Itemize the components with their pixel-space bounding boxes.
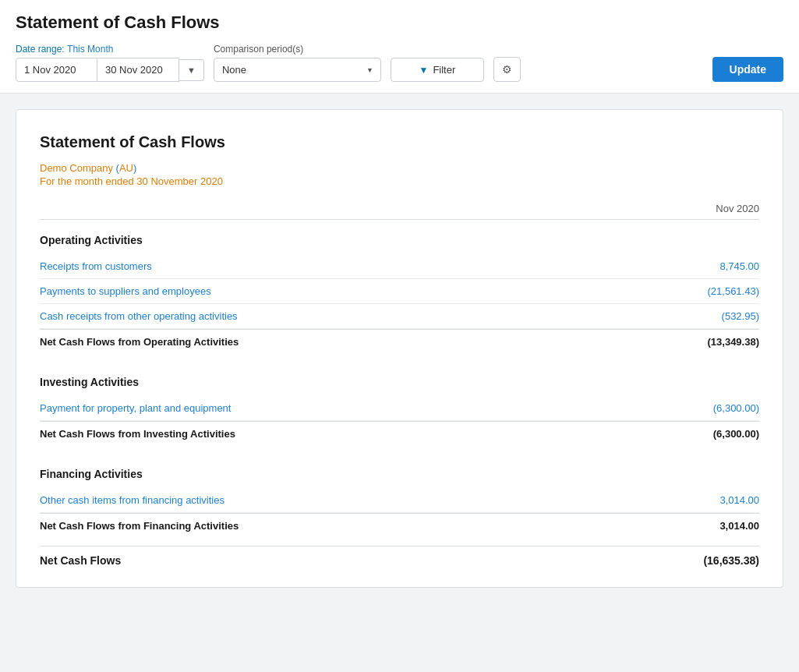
cash-receipts-other-value: (532.95)	[658, 310, 759, 322]
column-header-nov: Nov 2020	[658, 203, 759, 214]
column-header-row: Nov 2020	[40, 203, 759, 220]
investing-activities-section: Investing Activities Payment for propert…	[40, 362, 759, 446]
table-row: Payment for property, plant and equipmen…	[40, 396, 759, 421]
net-financing-label: Net Cash Flows from Financing Activities	[40, 520, 658, 532]
this-month-label: This Month	[67, 44, 113, 55]
net-cash-row: Net Cash Flows (16,635.38)	[40, 546, 759, 571]
toolbar: Date range: This Month ▼ Comparison peri…	[16, 44, 783, 93]
table-row: Other cash items from financing activiti…	[40, 488, 759, 513]
table-row: Cash receipts from other operating activ…	[40, 304, 759, 329]
table-row: Payments to suppliers and employees (21,…	[40, 279, 759, 304]
operating-activities-header: Operating Activities	[40, 220, 759, 254]
investing-activities-header: Investing Activities	[40, 362, 759, 396]
net-cash-value: (16,635.38)	[658, 554, 759, 567]
net-operating-row: Net Cash Flows from Operating Activities…	[40, 329, 759, 354]
net-financing-row: Net Cash Flows from Financing Activities…	[40, 513, 759, 538]
net-financing-value: 3,014.00	[658, 520, 759, 532]
payments-suppliers-value: (21,561.43)	[658, 285, 759, 297]
receipts-from-customers-value: 8,745.00	[658, 260, 759, 272]
page-title: Statement of Cash Flows	[16, 12, 783, 33]
update-button[interactable]: Update	[712, 57, 783, 82]
date-range-label: Date range: This Month	[16, 44, 204, 55]
date-inputs: ▼	[16, 58, 204, 82]
company-region: AU	[119, 162, 133, 174]
net-investing-row: Net Cash Flows from Investing Activities…	[40, 421, 759, 446]
period-line: For the month ended 30 November 2020	[40, 175, 759, 187]
date-dropdown-button[interactable]: ▼	[179, 59, 204, 81]
company-name: Demo Company (AU)	[40, 162, 759, 174]
operating-activities-section: Operating Activities Receipts from custo…	[40, 220, 759, 354]
page-header: Statement of Cash Flows Date range: This…	[0, 0, 799, 94]
other-cash-items-value: 3,014.00	[658, 494, 759, 506]
net-investing-value: (6,300.00)	[658, 428, 759, 440]
date-end-input[interactable]	[97, 58, 179, 82]
net-operating-value: (13,349.38)	[658, 336, 759, 348]
table-row: Receipts from customers 8,745.00	[40, 254, 759, 279]
filter-button[interactable]: ▼ Filter	[391, 58, 484, 82]
date-start-input[interactable]	[16, 58, 97, 82]
comparison-group: Comparison period(s) None	[214, 44, 381, 82]
comparison-select-wrapper: None	[214, 58, 381, 82]
payments-suppliers-label[interactable]: Payments to suppliers and employees	[40, 285, 658, 297]
date-range-group: Date range: This Month ▼	[16, 44, 204, 82]
filter-label: Filter	[433, 64, 455, 76]
financing-activities-header: Financing Activities	[40, 454, 759, 488]
comparison-label: Comparison period(s)	[214, 44, 381, 55]
settings-button[interactable]: ⚙	[493, 57, 521, 82]
net-investing-label: Net Cash Flows from Investing Activities	[40, 428, 658, 440]
financing-activities-section: Financing Activities Other cash items fr…	[40, 454, 759, 538]
report-card: Statement of Cash Flows Demo Company (AU…	[16, 109, 783, 588]
comparison-select[interactable]: None	[214, 58, 381, 82]
other-cash-items-label[interactable]: Other cash items from financing activiti…	[40, 494, 658, 506]
receipts-from-customers-label[interactable]: Receipts from customers	[40, 260, 658, 272]
payment-property-value: (6,300.00)	[658, 402, 759, 414]
net-operating-label: Net Cash Flows from Operating Activities	[40, 336, 658, 348]
cash-receipts-other-label[interactable]: Cash receipts from other operating activ…	[40, 310, 658, 322]
main-content: Statement of Cash Flows Demo Company (AU…	[0, 94, 799, 603]
net-cash-label: Net Cash Flows	[40, 554, 121, 567]
report-card-title: Statement of Cash Flows	[40, 133, 759, 151]
payment-property-label[interactable]: Payment for property, plant and equipmen…	[40, 402, 658, 414]
gear-icon: ⚙	[502, 63, 512, 76]
filter-icon: ▼	[419, 65, 429, 76]
period-month: November	[150, 175, 197, 187]
